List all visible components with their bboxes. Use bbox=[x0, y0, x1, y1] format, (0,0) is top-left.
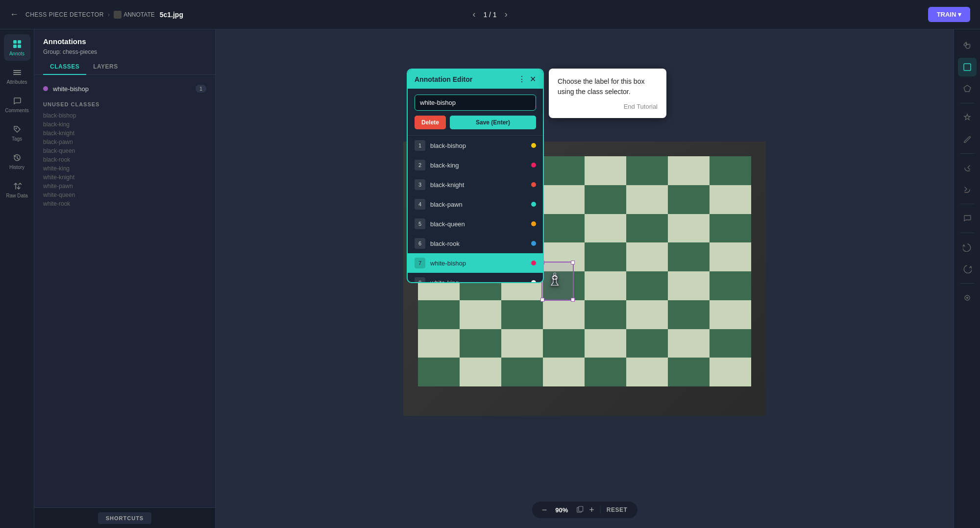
panel-tabs: CLASSES LAYERS bbox=[34, 59, 215, 75]
sidebar-item-raw-data[interactable]: Raw Data bbox=[4, 176, 30, 203]
item-color-dot bbox=[531, 280, 536, 282]
list-item[interactable]: white-rook bbox=[43, 199, 206, 208]
editor-list-item[interactable]: 2 black-king bbox=[408, 155, 543, 175]
raw-data-icon bbox=[12, 181, 23, 192]
tool-separator-3 bbox=[960, 204, 975, 204]
tab-classes[interactable]: CLASSES bbox=[43, 59, 86, 75]
tool-brush[interactable] bbox=[958, 130, 977, 148]
item-name: black-knight bbox=[430, 181, 464, 189]
tool-rotate-right[interactable] bbox=[958, 260, 977, 278]
sidebar-item-attributes[interactable]: Attributes bbox=[4, 63, 30, 89]
item-number: 2 bbox=[415, 160, 425, 170]
zoom-in-button[interactable]: + bbox=[589, 505, 594, 514]
board-cell bbox=[543, 214, 585, 243]
board-cell bbox=[418, 329, 460, 358]
topbar: ← CHESS PIECE DETECTOR › ANNOTATE 5c1.jp… bbox=[0, 0, 980, 29]
board-cell bbox=[668, 271, 710, 300]
class-item-white-bishop[interactable]: white-bishop 1 bbox=[43, 82, 206, 96]
editor-list-item[interactable]: 3 black-knight bbox=[408, 175, 543, 194]
tool-comment[interactable] bbox=[958, 209, 977, 228]
canvas-area[interactable]: ♗ Annotation Editor ⋮ ✕ Delete Save (Ent… bbox=[216, 29, 954, 528]
breadcrumb-sep: › bbox=[108, 11, 110, 18]
class-count-white-bishop: 1 bbox=[196, 85, 206, 93]
sidebar-item-history[interactable]: History bbox=[4, 148, 30, 174]
list-item[interactable]: black-knight bbox=[43, 129, 206, 138]
zoom-out-button[interactable]: − bbox=[542, 505, 547, 514]
board-cell bbox=[501, 329, 543, 358]
list-item[interactable]: white-knight bbox=[43, 173, 206, 182]
tool-hand[interactable] bbox=[958, 36, 977, 55]
breadcrumb: CHESS PIECE DETECTOR › ANNOTATE bbox=[25, 11, 155, 19]
tool-auto-label[interactable] bbox=[958, 108, 977, 127]
annotation-box[interactable] bbox=[541, 262, 574, 301]
sidebar-item-annots[interactable]: Annots bbox=[4, 34, 30, 61]
editor-list: 1 black-bishop 2 black-king 3 black-knig… bbox=[408, 135, 543, 282]
board-cell bbox=[626, 329, 668, 358]
resize-handle-bl[interactable] bbox=[540, 298, 544, 302]
icon-sidebar: Annots Attributes Comments bbox=[0, 29, 34, 528]
panel-content: white-bishop 1 UNUSED CLASSES black-bish… bbox=[34, 75, 215, 507]
zoom-separator bbox=[600, 506, 601, 514]
tool-separator-5 bbox=[960, 283, 975, 284]
editor-list-item[interactable]: 6 black-rook bbox=[408, 234, 543, 253]
sidebar-raw-data-label: Raw Data bbox=[6, 193, 28, 198]
tool-polygon[interactable] bbox=[958, 79, 977, 98]
attributes-icon bbox=[12, 67, 23, 78]
board-cell bbox=[460, 329, 501, 358]
prev-image-button[interactable]: ‹ bbox=[472, 9, 475, 20]
resize-handle-tr[interactable] bbox=[571, 261, 575, 264]
main-layout: Annots Attributes Comments bbox=[0, 29, 980, 528]
sidebar-item-comments[interactable]: Comments bbox=[4, 91, 30, 118]
tool-settings[interactable] bbox=[958, 288, 977, 307]
shortcuts-button[interactable]: SHORTCUTS bbox=[98, 512, 151, 524]
list-item[interactable]: white-king bbox=[43, 164, 206, 173]
tool-rotate-left[interactable] bbox=[958, 238, 977, 257]
board-cell bbox=[501, 300, 543, 329]
editor-list-item[interactable]: 1 black-bishop bbox=[408, 136, 543, 155]
board-cell bbox=[585, 358, 626, 386]
item-color-dot bbox=[531, 261, 536, 265]
resize-handle-br[interactable] bbox=[571, 298, 575, 302]
train-button[interactable]: TRAIN ▾ bbox=[928, 7, 970, 22]
list-item[interactable]: white-queen bbox=[43, 191, 206, 199]
item-name: black-rook bbox=[430, 240, 460, 247]
board-cell bbox=[626, 358, 668, 386]
delete-button[interactable]: Delete bbox=[415, 116, 446, 129]
shortcuts-bar: SHORTCUTS bbox=[34, 507, 215, 528]
editor-list-item[interactable]: 7 white-bishop bbox=[408, 253, 543, 273]
sidebar-history-label: History bbox=[9, 165, 24, 170]
list-item[interactable]: black-pawn bbox=[43, 138, 206, 146]
list-item[interactable]: black-rook bbox=[43, 155, 206, 164]
board-cell bbox=[668, 358, 710, 386]
back-button[interactable]: ← bbox=[10, 9, 19, 20]
sidebar-item-tags[interactable]: Tags bbox=[4, 120, 30, 146]
board-cell bbox=[710, 242, 751, 271]
end-tutorial-button[interactable]: End Tutorial bbox=[624, 103, 658, 110]
copy-zoom-button[interactable] bbox=[576, 506, 583, 514]
save-button[interactable]: Save (Enter) bbox=[450, 116, 536, 129]
next-image-button[interactable]: › bbox=[505, 9, 508, 20]
item-color-dot bbox=[531, 143, 536, 148]
list-item[interactable]: black-king bbox=[43, 120, 206, 129]
list-item[interactable]: black-bishop bbox=[43, 111, 206, 120]
tool-select-box[interactable] bbox=[958, 58, 977, 76]
editor-more-icon[interactable]: ⋮ bbox=[518, 74, 526, 84]
list-item[interactable]: black-queen bbox=[43, 146, 206, 155]
board-cell bbox=[585, 271, 626, 300]
tool-undo[interactable] bbox=[958, 180, 977, 199]
editor-list-item[interactable]: 8 white-king bbox=[408, 273, 543, 282]
editor-list-item[interactable]: 4 black-pawn bbox=[408, 194, 543, 214]
editor-close-icon[interactable]: ✕ bbox=[530, 74, 536, 84]
editor-title: Annotation Editor bbox=[415, 75, 472, 83]
editor-list-item[interactable]: 5 black-queen bbox=[408, 214, 543, 234]
board-cell bbox=[668, 214, 710, 243]
tool-redo[interactable] bbox=[958, 159, 977, 177]
tab-layers[interactable]: LAYERS bbox=[86, 59, 125, 75]
class-input[interactable] bbox=[415, 95, 536, 111]
zoom-bar: − 90% + RESET bbox=[532, 502, 637, 518]
board-cell bbox=[418, 358, 460, 386]
list-item[interactable]: white-pawn bbox=[43, 182, 206, 191]
editor-header: Annotation Editor ⋮ ✕ bbox=[408, 70, 543, 89]
zoom-reset-button[interactable]: RESET bbox=[607, 506, 628, 513]
board-cell bbox=[585, 329, 626, 358]
